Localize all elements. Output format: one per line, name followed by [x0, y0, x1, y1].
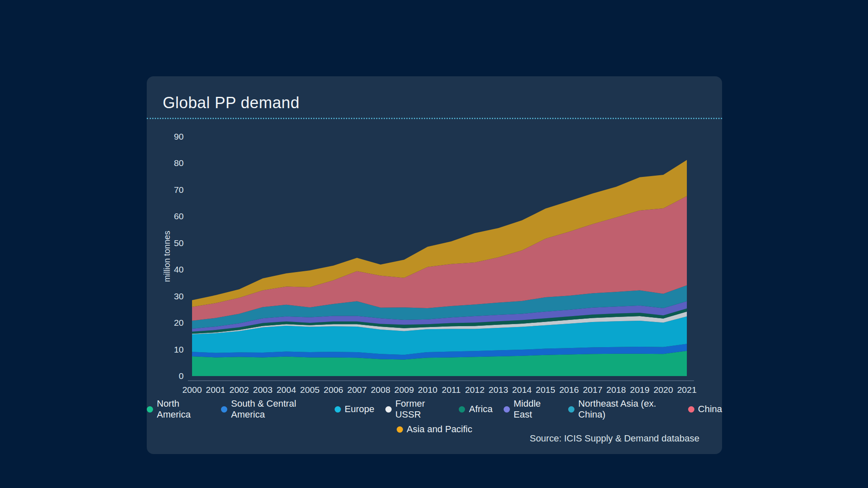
legend-dot-icon — [504, 406, 510, 413]
legend-item-label: South & Central America — [231, 398, 324, 420]
legend-item-middle-east[interactable]: Middle East — [504, 398, 557, 420]
legend-item-label: North America — [157, 398, 210, 420]
legend-row-1: North AmericaSouth & Central AmericaEuro… — [147, 398, 722, 420]
legend-row-2: Asia and Pacific — [397, 424, 473, 435]
legend-item-europe[interactable]: Europe — [335, 404, 374, 415]
legend-dot-icon — [688, 406, 694, 413]
y-axis-title: million tonnes — [162, 210, 172, 303]
legend-item-label: Middle East — [514, 398, 557, 420]
legend-item-northeast-asia-ex-china[interactable]: Northeast Asia (ex. China) — [568, 398, 677, 420]
x-axis-tick-label: 2021 — [672, 385, 702, 395]
legend-dot-icon — [568, 406, 574, 413]
legend-dot-icon — [221, 406, 227, 413]
y-axis-tick-label: 10 — [163, 345, 184, 355]
legend-item-china[interactable]: China — [688, 404, 722, 415]
y-axis-tick-label: 80 — [163, 158, 184, 168]
legend-item-label: Europe — [345, 404, 374, 415]
legend-item-label: Former USSR — [395, 398, 448, 420]
legend-item-asia-and-pacific[interactable]: Asia and Pacific — [397, 424, 473, 435]
legend-dot-icon — [147, 406, 153, 413]
legend-item-label: Northeast Asia (ex. China) — [578, 398, 677, 420]
page-background: Global PP demand 0102030405060708090 mil… — [0, 0, 868, 488]
legend-dot-icon — [385, 406, 392, 413]
y-axis-tick-label: 70 — [163, 185, 184, 195]
x-axis-line — [188, 380, 694, 381]
legend-dot-icon — [335, 406, 341, 413]
legend-item-label: Asia and Pacific — [407, 424, 473, 435]
legend-item-label: Africa — [469, 404, 492, 415]
y-axis-tick-label: 20 — [163, 318, 184, 328]
legend-item-africa[interactable]: Africa — [459, 404, 492, 415]
legend-item-label: China — [698, 404, 722, 415]
legend-item-north-america[interactable]: North America — [147, 398, 210, 420]
legend-item-former-ussr[interactable]: Former USSR — [385, 398, 448, 420]
legend-dot-icon — [397, 426, 403, 433]
legend-dot-icon — [459, 406, 465, 413]
y-axis-tick-label: 0 — [163, 371, 184, 381]
source-note: Source: ICIS Supply & Demand database — [530, 433, 699, 444]
y-axis-tick-label: 90 — [163, 132, 184, 142]
chart-legend: North AmericaSouth & Central AmericaEuro… — [147, 398, 722, 435]
legend-item-south-central-america[interactable]: South & Central America — [221, 398, 324, 420]
